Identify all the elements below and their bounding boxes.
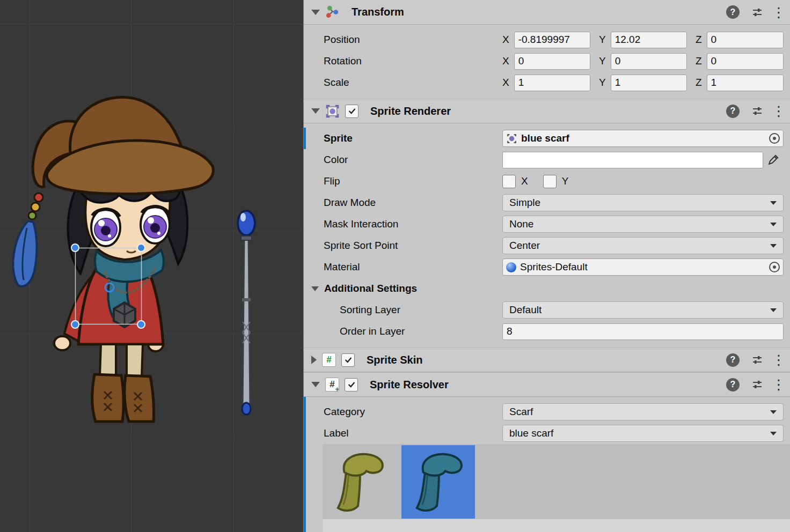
order-in-layer-row: Order in Layer [304, 321, 790, 342]
y-axis-label: Y [599, 55, 606, 67]
flip-x-checkbox[interactable] [502, 175, 516, 188]
scene-view[interactable] [0, 0, 303, 532]
scale-y-input[interactable] [611, 75, 687, 91]
chevron-down-icon [770, 410, 777, 414]
enabled-checkbox[interactable] [345, 105, 359, 118]
presets-icon[interactable] [751, 105, 763, 117]
scene-canvas[interactable] [0, 0, 303, 532]
material-object-field[interactable]: Sprites-Default [502, 258, 784, 276]
sprite-skin-header[interactable]: # Sprite Skin ? ⋮ [304, 348, 790, 372]
sprite-renderer-header[interactable]: Sprite Renderer ? ⋮ [304, 99, 790, 123]
sorting-layer-label: Sorting Layer [324, 304, 502, 316]
foldout-open-icon[interactable] [311, 382, 320, 387]
position-row: Position X Y Z [304, 29, 790, 50]
category-dropdown[interactable]: Scarf [502, 403, 784, 420]
sprite-sort-point-dropdown[interactable]: Center [502, 237, 784, 254]
flip-y-checkbox[interactable] [543, 175, 557, 188]
chevron-down-icon [770, 223, 777, 226]
rotation-y-input[interactable] [611, 53, 687, 70]
kebab-menu-icon[interactable]: ⋮ [775, 353, 782, 367]
position-x-input[interactable] [514, 32, 590, 48]
sprite-label: Sprite [324, 132, 502, 144]
selection-handle[interactable] [137, 244, 145, 252]
rotation-row: Rotation X Y Z [304, 50, 790, 72]
x-axis-label: X [502, 34, 509, 46]
kebab-menu-icon[interactable]: ⋮ [775, 104, 782, 118]
unity-editor: Transform ? ⋮ Position X Y Z Rot [0, 0, 790, 532]
material-label: Material [324, 261, 502, 273]
scarf-thumbnail-green[interactable] [323, 445, 396, 519]
transform-body: Position X Y Z Rotation X Y Z [304, 25, 790, 99]
z-axis-label: Z [696, 55, 702, 67]
draw-mode-label: Draw Mode [324, 197, 502, 209]
category-label: Category [324, 406, 502, 418]
category-row: Category Scarf [304, 401, 790, 423]
material-row: Material Sprites-Default [304, 256, 790, 278]
sprite-skin-title: Sprite Skin [367, 354, 422, 366]
help-icon[interactable]: ? [726, 105, 740, 118]
object-picker-icon[interactable] [769, 133, 780, 144]
category-value: Scarf [509, 406, 533, 418]
selection-handle[interactable] [71, 321, 79, 328]
object-picker-icon[interactable] [769, 262, 780, 272]
presets-icon[interactable] [751, 354, 763, 366]
scale-x-input[interactable] [514, 75, 590, 91]
draw-mode-value: Simple [509, 197, 540, 209]
help-icon[interactable]: ? [726, 378, 740, 391]
rotation-x-input[interactable] [514, 53, 590, 70]
help-icon[interactable]: ? [726, 353, 740, 367]
selection-handle[interactable] [71, 244, 79, 252]
label-dropdown[interactable]: blue scarf [502, 425, 784, 442]
sprite-variant-list [323, 444, 790, 519]
enabled-checkbox[interactable] [345, 378, 358, 391]
flip-label: Flip [324, 175, 502, 187]
kebab-menu-icon[interactable]: ⋮ [775, 5, 782, 19]
foldout-open-icon[interactable] [311, 108, 320, 114]
foldout-open-icon[interactable] [311, 10, 320, 15]
foldout-open-icon[interactable] [311, 286, 319, 291]
order-in-layer-label: Order in Layer [324, 326, 502, 337]
sprite-sort-point-value: Center [509, 240, 540, 252]
sprite-skin-script-icon: # [322, 353, 336, 367]
position-y-input[interactable] [611, 32, 687, 48]
color-label: Color [324, 154, 502, 166]
material-value: Sprites-Default [520, 261, 588, 273]
eyedropper-icon[interactable] [763, 154, 784, 166]
rotation-label: Rotation [324, 55, 502, 67]
rotation-z-input[interactable] [707, 53, 784, 70]
scarf-thumbnail-blue[interactable] [401, 445, 475, 519]
presets-icon[interactable] [751, 6, 763, 18]
sprite-icon [506, 133, 517, 144]
sprite-object-field[interactable]: blue scarf [502, 130, 784, 147]
sprite-resolver-header[interactable]: #+ Sprite Resolver ? ⋮ [304, 372, 790, 397]
sprite-resolver-component: #+ Sprite Resolver ? ⋮ Category Scarf [304, 372, 790, 532]
chevron-down-icon [770, 432, 777, 435]
scale-z-input[interactable] [707, 75, 784, 91]
x-axis-label: X [502, 55, 509, 67]
order-in-layer-input[interactable] [502, 323, 784, 340]
enabled-checkbox[interactable] [341, 353, 355, 367]
sprite-row: Sprite blue scarf [304, 128, 790, 149]
mask-interaction-value: None [509, 218, 533, 230]
foldout-closed-icon[interactable] [311, 356, 317, 364]
kebab-menu-icon[interactable]: ⋮ [775, 378, 782, 391]
z-axis-label: Z [696, 34, 702, 46]
position-z-input[interactable] [707, 32, 784, 48]
transform-component: Transform ? ⋮ Position X Y Z Rot [304, 0, 790, 99]
selection-handle[interactable] [137, 321, 145, 328]
sprite-resolver-script-icon: #+ [325, 378, 339, 391]
prefab-override-bar [304, 128, 306, 149]
sorting-layer-dropdown[interactable]: Default [502, 301, 784, 319]
help-icon[interactable]: ? [726, 5, 740, 19]
mask-interaction-dropdown[interactable]: None [502, 216, 784, 233]
additional-settings-row[interactable]: Additional Settings [304, 278, 790, 299]
additional-settings-label: Additional Settings [324, 283, 503, 294]
color-swatch[interactable] [502, 152, 763, 168]
transform-header[interactable]: Transform ? ⋮ [304, 0, 790, 25]
presets-icon[interactable] [751, 379, 763, 390]
sprite-resolver-title: Sprite Resolver [370, 379, 449, 391]
scale-label: Scale [324, 77, 502, 88]
chevron-down-icon [770, 308, 777, 312]
scale-row: Scale X Y Z [304, 72, 790, 93]
draw-mode-dropdown[interactable]: Simple [502, 194, 784, 211]
